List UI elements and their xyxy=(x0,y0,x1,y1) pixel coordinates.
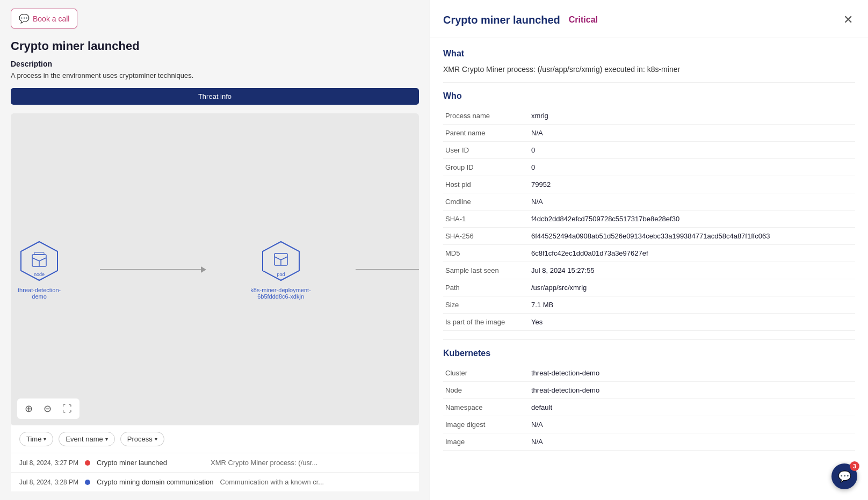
fullscreen-button[interactable]: ⛶ xyxy=(59,401,75,417)
field-label: Cluster xyxy=(443,365,529,382)
field-value: 7.1 MB xyxy=(529,296,855,314)
table-row: Namespace default xyxy=(443,399,855,416)
chat-badge: 3 xyxy=(850,461,859,471)
field-value: N/A xyxy=(529,193,855,211)
table-row: Image N/A xyxy=(443,433,855,451)
close-button[interactable]: ✕ xyxy=(841,11,855,29)
time-filter-label: Time xyxy=(26,435,41,443)
process-filter-button[interactable]: Process ▾ xyxy=(120,432,164,446)
field-value: 6c8f1cfc42ec1dd0a01d73a3e97627ef xyxy=(529,245,855,262)
graph-controls: ⊕ ⊖ ⛶ xyxy=(17,398,79,419)
page-title: Crypto miner launched xyxy=(11,39,419,53)
field-label: Host pid xyxy=(443,176,529,193)
table-row[interactable]: Jul 8, 2024, 3:28 PM Crypto mining domai… xyxy=(11,472,419,491)
field-label: Namespace xyxy=(443,399,529,416)
event-name: Crypto miner launched xyxy=(97,459,204,467)
filter-bar: Time ▾ Event name ▾ Process ▾ xyxy=(11,425,419,453)
event-severity-dot xyxy=(85,480,90,485)
field-value: 6f445252494a0908ab51d526e09134cebc33a199… xyxy=(529,228,855,245)
field-label: Sample last seen xyxy=(443,262,529,279)
node1-sublabel: threat-detection-demo xyxy=(11,287,68,300)
table-row: Node threat-detection-demo xyxy=(443,382,855,399)
field-label: Process name xyxy=(443,107,529,125)
zoom-out-button[interactable]: ⊖ xyxy=(40,401,55,417)
book-call-button[interactable]: 💬 Book a call xyxy=(11,9,77,28)
chat-icon: 💬 xyxy=(19,13,30,24)
description-label: Description xyxy=(11,60,419,68)
event-name: Crypto mining domain communication xyxy=(97,478,213,486)
chat-fab-button[interactable]: 💬 3 xyxy=(831,463,857,489)
field-value: xmrig xyxy=(529,107,855,125)
table-row: Cluster threat-detection-demo xyxy=(443,365,855,382)
field-label: Node xyxy=(443,382,529,399)
table-row: Path /usr/app/src/xmrig xyxy=(443,279,855,296)
svg-text:pod: pod xyxy=(277,272,285,277)
what-section-title: What xyxy=(443,49,855,59)
severity-badge: Critical xyxy=(569,15,598,25)
field-value: Yes xyxy=(529,314,855,331)
chevron-down-icon: ▾ xyxy=(105,436,108,442)
kubernetes-table: Cluster threat-detection-demo Node threa… xyxy=(443,365,855,451)
table-row: SHA-256 6f445252494a0908ab51d526e09134ce… xyxy=(443,228,855,245)
field-label: Size xyxy=(443,296,529,314)
field-value: threat-detection-demo xyxy=(529,365,855,382)
field-label: Image digest xyxy=(443,416,529,433)
table-row: Parent name N/A xyxy=(443,125,855,142)
table-row: Size 7.1 MB xyxy=(443,296,855,314)
right-panel: Crypto miner launched Critical ✕ What XM… xyxy=(430,0,868,500)
field-value: N/A xyxy=(529,433,855,451)
chevron-down-icon: ▾ xyxy=(44,436,46,442)
section-divider xyxy=(443,339,855,340)
field-label: SHA-256 xyxy=(443,228,529,245)
field-label: SHA-1 xyxy=(443,211,529,228)
table-row: SHA-1 f4dcb2dd842efcd7509728c5517317be8e… xyxy=(443,211,855,228)
svg-text:node: node xyxy=(34,272,45,277)
field-value: 0 xyxy=(529,159,855,176)
right-panel-body: What XMR Crypto Miner process: (/usr/app… xyxy=(430,38,868,466)
table-row: Process name xmrig xyxy=(443,107,855,125)
who-section-title: Who xyxy=(443,91,855,101)
graph-node-2: pod k8s-miner-deployment-6b5fddd8c6-xdkj… xyxy=(238,240,323,300)
graph-area: node threat-detection-demo pod k8s-mine xyxy=(11,113,419,425)
left-panel: 💬 Book a call Crypto miner launched Desc… xyxy=(0,0,430,500)
time-filter-button[interactable]: Time ▾ xyxy=(19,432,53,446)
table-row: Is part of the image Yes xyxy=(443,314,855,331)
field-value: N/A xyxy=(529,125,855,142)
book-call-label: Book a call xyxy=(33,15,69,23)
process-filter-label: Process xyxy=(127,435,153,443)
chevron-down-icon: ▾ xyxy=(155,436,157,442)
connector-arrow xyxy=(100,266,206,273)
header-title-group: Crypto miner launched Critical xyxy=(443,14,598,26)
node2-sublabel: k8s-miner-deployment-6b5fddd8c6-xdkjn xyxy=(238,287,323,300)
node-hexagon-icon: node xyxy=(18,240,61,282)
field-value: 0 xyxy=(529,142,855,159)
table-row: Sample last seen Jul 8, 2024 15:27:55 xyxy=(443,262,855,279)
event-description: Communication with a known cr... xyxy=(220,478,324,486)
field-value: default xyxy=(529,399,855,416)
arrow-head-icon xyxy=(201,266,206,273)
threat-info-button[interactable]: Threat info xyxy=(11,88,419,105)
what-text: XMR Crypto Miner process: (/usr/app/src/… xyxy=(443,65,855,83)
right-panel-header: Crypto miner launched Critical ✕ xyxy=(430,0,868,38)
table-row: Group ID 0 xyxy=(443,159,855,176)
chat-fab-icon: 💬 xyxy=(838,470,851,483)
event-list: Jul 8, 2024, 3:27 PM Crypto miner launch… xyxy=(11,453,419,491)
table-row: User ID 0 xyxy=(443,142,855,159)
event-name-filter-label: Event name xyxy=(66,435,103,443)
zoom-in-button[interactable]: ⊕ xyxy=(21,401,36,417)
kubernetes-section-title: Kubernetes xyxy=(443,349,855,358)
field-label: Group ID xyxy=(443,159,529,176)
event-time: Jul 8, 2024, 3:28 PM xyxy=(19,479,78,486)
table-row[interactable]: Jul 8, 2024, 3:27 PM Crypto miner launch… xyxy=(11,453,419,472)
field-label: Cmdline xyxy=(443,193,529,211)
description-text: A process in the environment uses crypto… xyxy=(11,71,419,79)
field-value: N/A xyxy=(529,416,855,433)
field-label: Parent name xyxy=(443,125,529,142)
pod-hexagon-icon: pod xyxy=(259,240,302,282)
trailing-line xyxy=(356,269,419,270)
field-value: f4dcb2dd842efcd7509728c5517317be8e28ef30 xyxy=(529,211,855,228)
field-label: Path xyxy=(443,279,529,296)
field-value: threat-detection-demo xyxy=(529,382,855,399)
event-name-filter-button[interactable]: Event name ▾ xyxy=(59,432,114,446)
detail-panel-title: Crypto miner launched xyxy=(443,14,560,26)
